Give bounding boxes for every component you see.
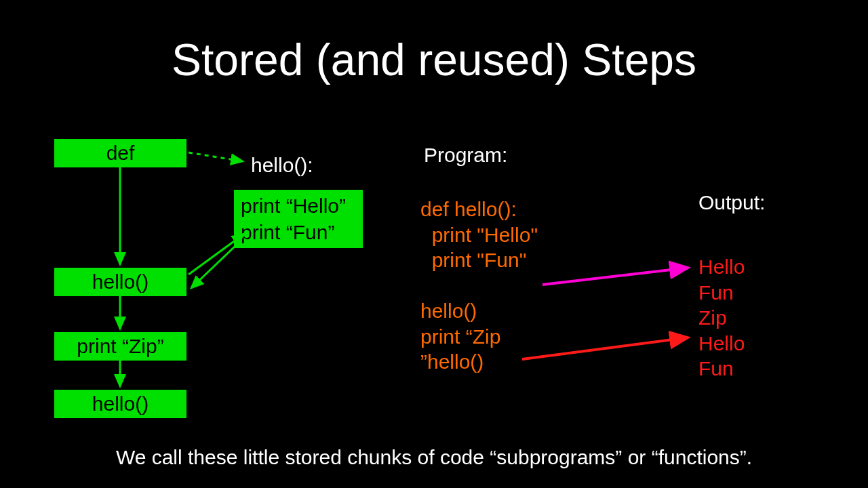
label-hello-signature: hello():: [251, 152, 313, 178]
footer-text: We call these little stored chunks of co…: [0, 446, 868, 469]
arrow-body-return-1: [191, 244, 237, 288]
output-heading: Output:: [698, 190, 765, 216]
program-heading: Program:: [424, 142, 507, 168]
output-lines: Hello Fun Zip Hello Fun: [698, 254, 745, 382]
arrow-program-to-output-2: [522, 338, 688, 359]
slide-title: Stored (and reused) Steps: [0, 34, 868, 85]
arrow-program-to-output-1: [542, 268, 688, 285]
program-code: def hello(): print "Hello" print "Fun" h…: [420, 197, 538, 375]
box-function-body: print “Hello” print “Fun”: [234, 190, 363, 248]
arrow-def-to-signature: [189, 152, 243, 161]
slide: Stored (and reused) Steps def hello() pr…: [0, 0, 868, 488]
box-def: def: [54, 139, 186, 167]
box-hello-call-1: hello(): [54, 268, 186, 296]
box-print-zip: print “Zip”: [54, 332, 186, 361]
box-hello-call-2: hello(): [54, 390, 186, 418]
